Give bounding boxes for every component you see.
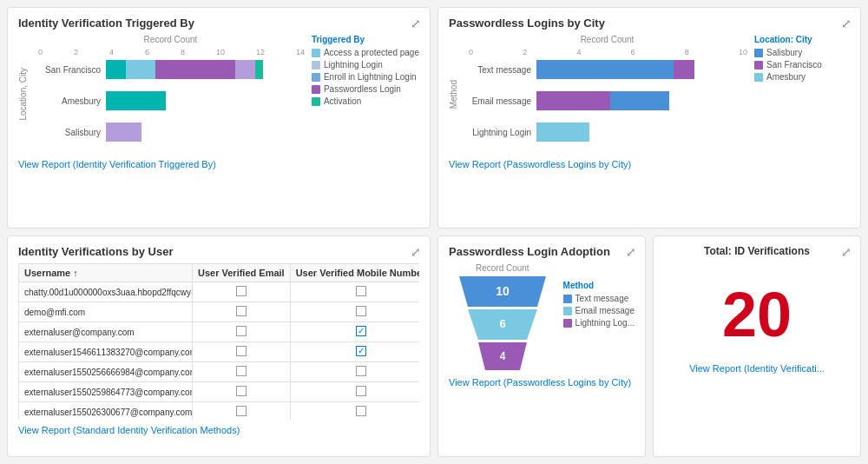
checkbox-unchecked-icon[interactable] <box>356 306 366 316</box>
legend-color <box>754 49 763 57</box>
checkbox-unchecked-icon[interactable] <box>356 286 366 296</box>
cell-username: demo@mfi.com <box>19 302 193 322</box>
checkbox-unchecked-icon[interactable] <box>236 386 247 396</box>
bar-row-email: Email message <box>467 91 747 110</box>
svg-text:6: 6 <box>499 317 505 330</box>
total-count: 20 <box>664 283 850 346</box>
cell-email[interactable] <box>193 322 291 342</box>
passwordless-logins-card: ⤢ Passwordless Logins by City Method Rec… <box>437 7 861 229</box>
funnel-chart: 10 6 4 <box>450 276 555 372</box>
chart-area-top-right: Method Record Count 0246810 Text message <box>449 35 850 154</box>
legend-color <box>312 49 320 57</box>
table-row: externaluser1546611383270@company.com <box>19 342 420 362</box>
view-report-bottom-middle[interactable]: View Report (Passwordless Logins by City… <box>449 377 631 388</box>
bar-row-amesbury: Amesbury <box>36 91 305 110</box>
legend-item: Activation <box>312 96 419 106</box>
legend-title-top-left: Triggered By <box>312 35 419 44</box>
legend-color <box>312 85 320 94</box>
checkbox-unchecked-icon[interactable] <box>236 366 247 376</box>
bar-row-lightning: Lightning Login <box>467 123 747 142</box>
funnel-x-label: Record Count <box>476 263 529 273</box>
bar-segment <box>536 91 610 110</box>
cell-mobile[interactable] <box>290 362 419 382</box>
cell-mobile[interactable] <box>290 402 419 421</box>
checkbox-unchecked-icon[interactable] <box>356 406 366 416</box>
bar-track-salisbury <box>106 123 305 142</box>
svg-text:10: 10 <box>496 284 510 298</box>
col-header-mobile[interactable]: User Verified Mobile Number <box>290 264 419 282</box>
expand-icon[interactable]: ⤢ <box>841 17 852 30</box>
cell-mobile[interactable] <box>290 342 419 362</box>
legend-top-right: Location: City Salisbury San Francisco A… <box>754 35 850 154</box>
table-row: demo@mfi.com <box>19 302 420 322</box>
bar-track-text <box>536 60 747 79</box>
bottom-right-area: ⤢ Passwordless Login Adoption Record Cou… <box>437 235 861 457</box>
expand-icon[interactable]: ⤢ <box>626 245 636 259</box>
legend-label: Salisbury <box>766 48 802 57</box>
cell-mobile[interactable] <box>290 302 419 322</box>
legend-color <box>563 307 572 315</box>
legend-color <box>563 319 572 328</box>
cell-email[interactable] <box>193 282 291 302</box>
legend-item: Access a protected page <box>312 48 419 57</box>
cell-username: externaluser1546611383270@company.com <box>19 342 193 362</box>
bar-label-email: Email message <box>467 96 536 106</box>
legend-item: Lightning Login <box>312 60 419 70</box>
checkbox-unchecked-icon[interactable] <box>356 386 366 396</box>
legend-label: Passwordless Login <box>324 84 401 94</box>
cell-mobile[interactable] <box>290 322 419 342</box>
bar-label-salisbury: Salisbury <box>36 128 106 137</box>
bar-segment <box>106 60 126 79</box>
cell-email[interactable] <box>193 382 291 402</box>
checkbox-unchecked-icon[interactable] <box>236 306 247 316</box>
legend-item: Lightning Log... <box>563 318 635 328</box>
checkbox-unchecked-icon[interactable] <box>236 406 247 416</box>
bar-segment <box>536 60 674 79</box>
cell-email[interactable] <box>193 362 291 382</box>
checkbox-checked-icon[interactable] <box>356 326 366 336</box>
cell-email[interactable] <box>193 402 291 421</box>
x-axis-ticks-top-left: 02468101214 <box>36 48 305 56</box>
cell-email[interactable] <box>193 302 291 322</box>
checkbox-unchecked-icon[interactable] <box>236 346 247 356</box>
total-id-verifications-card: ⤢ Total: ID Verifications 20 View Report… <box>653 235 861 457</box>
cell-mobile[interactable] <box>290 282 419 302</box>
cell-email[interactable] <box>193 342 291 362</box>
legend-label: Email message <box>575 306 635 315</box>
checkbox-unchecked-icon[interactable] <box>356 366 366 376</box>
view-report-top-left[interactable]: View Report (Identity Verification Trigg… <box>18 159 216 169</box>
card-title-bottom-right: Total: ID Verifications <box>664 245 850 257</box>
checkbox-checked-icon[interactable] <box>356 346 366 356</box>
identity-verification-card: ⤢ Identity Verification Triggered By Loc… <box>7 7 431 229</box>
expand-icon[interactable]: ⤢ <box>841 245 852 259</box>
funnel-area: Record Count 10 6 4 <box>449 263 556 372</box>
legend-color <box>563 295 572 303</box>
card-title-top-left: Identity Verification Triggered By <box>18 17 419 30</box>
table-wrap[interactable]: Username ↑ User Verified Email User Veri… <box>18 263 419 420</box>
cell-mobile[interactable] <box>290 382 419 402</box>
legend-label: Text message <box>575 294 629 303</box>
bar-chart-top-left: Record Count 02468101214 San Francisco <box>36 35 305 154</box>
cell-username: externaluser1550256666984@company.com <box>19 362 193 382</box>
legend-item: Salisbury <box>754 48 850 57</box>
expand-icon[interactable]: ⤢ <box>411 245 421 259</box>
bar-segment <box>255 60 263 79</box>
legend-bottom-middle: Method Text message Email message Lightn… <box>563 263 635 372</box>
view-report-bottom-left[interactable]: View Report (Standard Identity Verificat… <box>18 425 240 435</box>
legend-label: Lightning Login <box>324 60 383 70</box>
checkbox-unchecked-icon[interactable] <box>236 286 247 296</box>
col-header-email[interactable]: User Verified Email <box>193 264 291 282</box>
bar-chart-top-right: Record Count 0246810 Text message Email … <box>467 35 747 154</box>
legend-title-bottom-middle: Method <box>563 281 635 290</box>
cell-username: externaluser1550259864773@company.com <box>19 382 193 402</box>
expand-icon[interactable]: ⤢ <box>411 17 421 30</box>
view-report-bottom-right[interactable]: View Report (Identity Verificati... <box>664 363 850 374</box>
bar-row-sf: San Francisco <box>36 60 305 79</box>
table-row: externaluser@company.com <box>19 322 420 342</box>
col-header-username[interactable]: Username ↑ <box>19 264 193 282</box>
view-report-top-right[interactable]: View Report (Passwordless Logins by City… <box>449 159 631 169</box>
bar-track-amesbury <box>106 91 305 110</box>
checkbox-unchecked-icon[interactable] <box>236 326 247 336</box>
bar-track-sf <box>106 60 305 79</box>
svg-text:4: 4 <box>499 350 505 362</box>
